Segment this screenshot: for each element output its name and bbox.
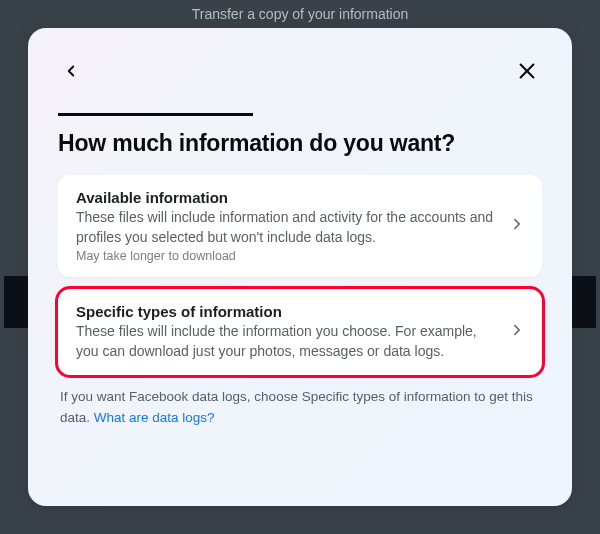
progress-indicator <box>58 113 253 116</box>
option-specific-types[interactable]: Specific types of information These file… <box>58 289 542 375</box>
modal-header <box>58 56 542 89</box>
option-description: These files will include the information… <box>76 322 496 361</box>
data-logs-link[interactable]: What are data logs? <box>94 410 215 425</box>
option-title: Available information <box>76 189 496 206</box>
info-amount-modal: How much information do you want? Availa… <box>28 28 572 506</box>
background-page-title: Transfer a copy of your information <box>4 6 596 22</box>
close-button[interactable] <box>512 56 542 89</box>
option-note: May take longer to download <box>76 249 496 263</box>
modal-title: How much information do you want? <box>58 130 542 157</box>
footer-help-text: If you want Facebook data logs, choose S… <box>58 387 542 428</box>
chevron-left-icon <box>62 62 80 83</box>
option-available-information[interactable]: Available information These files will i… <box>58 175 542 277</box>
back-button[interactable] <box>58 58 84 87</box>
chevron-right-icon <box>508 215 526 237</box>
option-content: Available information These files will i… <box>76 189 508 263</box>
modal-backdrop: Transfer a copy of your information <box>0 0 600 534</box>
option-title: Specific types of information <box>76 303 496 320</box>
chevron-right-icon <box>508 321 526 343</box>
option-content: Specific types of information These file… <box>76 303 508 361</box>
option-description: These files will include information and… <box>76 208 496 247</box>
close-icon <box>516 60 538 85</box>
